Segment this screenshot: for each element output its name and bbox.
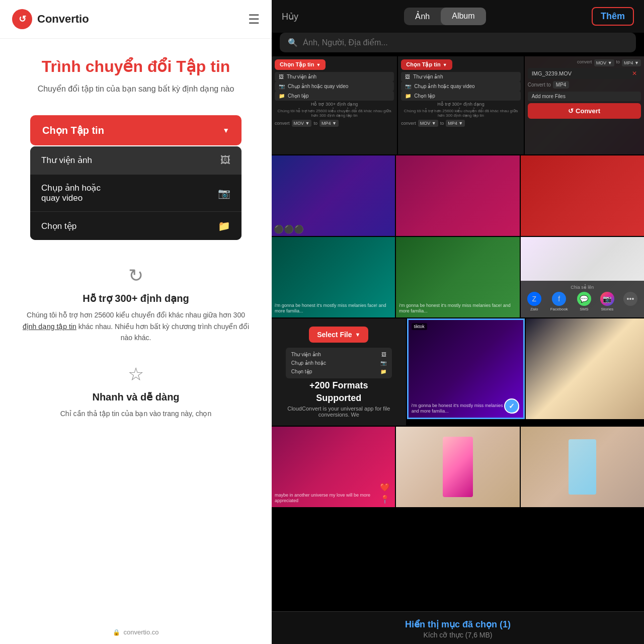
sc-format-mp4-2: MP4 ▼	[446, 120, 465, 127]
dropdown-item-library[interactable]: Thư viện ảnh 🖼	[30, 146, 242, 175]
right-panel: Hủy Ảnh Album Thêm 🔍 Chọn Tập tin ▼ 🖼 Th…	[272, 0, 644, 644]
photo-cell-4-2[interactable]: tiktok i'm gonna be honest it's mostly m…	[407, 318, 525, 426]
photo-cell-3-2[interactable]: i'm gonna be honest it's mostly miss mel…	[396, 237, 519, 317]
stories-label: Stories	[601, 307, 613, 311]
share-label: Chia sẻ lên	[525, 285, 640, 290]
photo-cell-2-3[interactable]	[521, 155, 644, 236]
formats-link[interactable]: định dạng tập tin	[23, 323, 76, 331]
convertio-screenshot-1: Chọn Tập tin ▼ 🖼 Thư viện ảnh 📷 Chụp ảnh…	[272, 56, 397, 154]
cc-dropdown-icon: ▼	[355, 332, 361, 338]
dropdown-label: Chọn Tập tin	[42, 124, 104, 136]
dropdown-icon-1: ▼	[316, 62, 320, 67]
cc-library-icon: 🖼	[381, 352, 386, 357]
sc-top-controls-3: convert MOV ▼ to MP4 ▼	[528, 59, 641, 66]
file-size-label: Kích cỡ thực (7,6 MB)	[282, 631, 634, 639]
left-header: ↺ Convertio ☰	[0, 0, 272, 39]
dropdown-icon-2: ▼	[443, 62, 447, 67]
mp4-format-3[interactable]: MP4	[553, 81, 570, 89]
close-icon-3[interactable]: ✕	[632, 70, 637, 77]
zalo-share[interactable]: Z Zalo	[527, 292, 541, 311]
feature-formats: ↻ Hỗ trợ 300+ định dạng Chúng tôi hỗ trợ…	[20, 265, 252, 343]
refresh-icon-3: ↺	[568, 107, 574, 115]
overlay-text-4-2: i'm gonna be honest it's mostly miss mel…	[412, 403, 521, 415]
sc-big-convert-btn-3[interactable]: ↺ Convert	[528, 103, 641, 119]
hero-section: Trình chuyển đổi Tập tin Chuyển đổi tập …	[18, 39, 255, 105]
convert-to-label-3: Convert to	[528, 82, 551, 88]
photo-cell-3-1[interactable]: i'm gonna be honest it's mostly miss mel…	[272, 237, 395, 317]
select-file-btn-2[interactable]: Chọn Tập tin ▼	[401, 59, 452, 70]
right-header: Hủy Ảnh Album Thêm	[272, 0, 644, 33]
photo-row-5: maybe in another universe my love will b…	[272, 427, 644, 507]
photo-cell-4-3[interactable]	[526, 318, 644, 426]
camera-icon: 📷	[218, 187, 230, 199]
sc-add-files-3[interactable]: Add more Files	[528, 92, 641, 101]
feature1-desc: Chúng tôi hỗ trợ hơn 25600 kiểu chuyển đ…	[20, 309, 252, 343]
folder-icon: 📁	[218, 220, 230, 232]
library-label: Thư viện ảnh	[41, 155, 92, 166]
sc-formats-note-2: Hỗ trợ 300+ định dạng	[401, 101, 520, 108]
left-panel: ↺ Convertio ☰ Trình chuyển đổi Tập tin C…	[0, 0, 272, 644]
tab-photo[interactable]: Ảnh	[404, 8, 441, 25]
mp4-tag-3: MP4 ▼	[622, 59, 641, 66]
zalo-label: Zalo	[530, 307, 538, 311]
dropdown-arrow-icon: ▼	[222, 126, 229, 134]
photo-cell-5-2[interactable]	[396, 427, 519, 507]
camera-label: Chụp ảnh hoặcquay video	[41, 183, 101, 203]
convert-label-3: convert	[577, 59, 592, 66]
zalo-icon: Z	[527, 292, 541, 306]
stories-share[interactable]: 📷 Stories	[600, 292, 614, 311]
photo-row-4: Select File ▼ Thư viện ảnh 🖼 Chụp ảnh ho…	[272, 318, 644, 426]
facebook-share[interactable]: f Facebook	[550, 292, 568, 311]
facebook-label: Facebook	[550, 307, 568, 311]
cc-formats-sub: CloudConvert is your universal app for f…	[280, 406, 398, 418]
stories-icon: 📷	[600, 292, 614, 306]
dropdown-item-file[interactable]: Chọn tệp 📁	[30, 212, 242, 240]
feature1-title: Hỗ trợ 300+ định dạng	[20, 292, 252, 304]
photo-cell-5-3[interactable]	[521, 427, 644, 507]
footer-url: convertio.co	[123, 628, 158, 636]
dropdown-trigger-button[interactable]: Chọn Tập tin ▼	[30, 115, 242, 145]
overlay-text-3-1: i'm gonna be honest it's mostly miss mel…	[275, 303, 392, 314]
sms-icon: 💬	[577, 292, 591, 306]
logo-area: ↺ Convertio	[12, 9, 89, 29]
tab-album[interactable]: Album	[441, 8, 486, 25]
photo-cell-3-3[interactable]: Chia sẻ lên Z Zalo f Facebook 💬	[521, 237, 644, 317]
sc-desc-1: Chúng tôi hỗ trợ hơn 25600 kiểu chuyển đ…	[275, 108, 394, 119]
sc-format-mov-2: MOV ▼	[418, 120, 438, 127]
select-file-label-2: Chọn Tập tin	[406, 61, 440, 68]
select-file-btn-1[interactable]: Chọn Tập tin ▼	[275, 59, 326, 70]
search-input[interactable]	[303, 38, 628, 47]
cc-select-label: Select File	[317, 331, 352, 339]
file-select-dropdown[interactable]: Chọn Tập tin ▼ Thư viện ảnh 🖼 Chụp ảnh h…	[30, 115, 242, 240]
photo-cell-top-right[interactable]: convert MOV ▼ to MP4 ▼ IMG_3239.MOV ✕ Co…	[525, 56, 644, 154]
show-selected-button[interactable]: Hiển thị mục đã chọn (1)	[282, 619, 634, 630]
heart-icon-5-1: ❤️	[380, 482, 390, 492]
sc-item-file-1: 📁 Chọn tệp	[275, 91, 394, 101]
left-footer: 🔒 convertio.co	[113, 628, 158, 636]
photo-cell-2-2[interactable]	[396, 155, 519, 236]
file-label: Chọn tệp	[41, 221, 76, 231]
search-icon: 🔍	[288, 38, 298, 47]
photo-cell-5-1[interactable]: maybe in another universe my love will b…	[272, 427, 395, 507]
sc-formats-note-1: Hỗ trợ 300+ định dạng	[275, 101, 394, 108]
more-share[interactable]: •••	[623, 292, 637, 311]
facebook-icon: f	[552, 292, 566, 306]
cc-dropdown-menu: Thư viện ảnh 🖼 Chụp ảnh hoặc 📷 Chọn tệp …	[286, 348, 392, 378]
hamburger-menu-button[interactable]: ☰	[248, 12, 260, 27]
sc-item-library-1: 🖼 Thư viện ảnh	[275, 72, 394, 82]
cc-formats-title: +200 Formats	[309, 380, 368, 391]
location-icon-5-1: 📍	[380, 495, 390, 504]
cc-camera-icon: 📷	[380, 360, 386, 366]
photo-cell-2-1[interactable]: ⚫⚫⚫	[272, 155, 395, 236]
dropdown-item-camera[interactable]: Chụp ảnh hoặcquay video 📷	[30, 175, 242, 212]
search-bar[interactable]: 🔍	[280, 33, 636, 52]
cc-select-file-btn[interactable]: Select File ▼	[309, 327, 368, 343]
sms-share[interactable]: 💬 SMS	[577, 292, 591, 311]
them-add-button[interactable]: Thêm	[592, 7, 634, 26]
sc-convert-to-3: Convert to MP4	[528, 81, 641, 89]
dropdown-menu: Thư viện ảnh 🖼 Chụp ảnh hoặcquay video 📷…	[30, 146, 242, 240]
refresh-icon: ↻	[20, 265, 252, 286]
cancel-button[interactable]: Hủy	[282, 11, 298, 22]
overlay-text-3-2: i'm gonna be honest it's mostly miss mel…	[399, 303, 516, 314]
sc-format-mp4-1: MP4 ▼	[319, 120, 339, 127]
